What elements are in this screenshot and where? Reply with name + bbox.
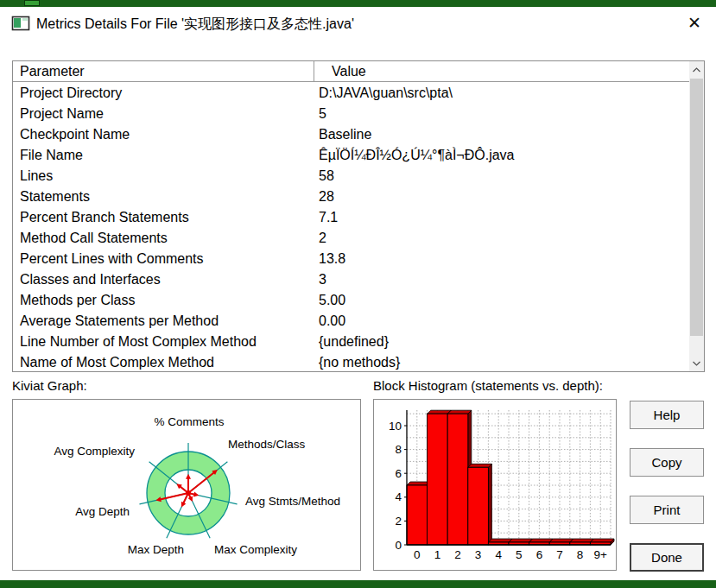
value-cell: {no methods} [314, 352, 689, 371]
bar-top-face [549, 539, 573, 542]
parameter-cell: Classes and Interfaces [13, 269, 314, 290]
table-header: Parameter Value [13, 61, 704, 82]
parameter-cell: Checkpoint Name [13, 124, 314, 145]
table-row[interactable]: Checkpoint NameBaseline [13, 124, 689, 145]
bar-front-face [428, 414, 448, 545]
block-histogram-chart: 02468100123456789+ [374, 400, 616, 570]
table-row[interactable]: Project Name5 [13, 104, 689, 124]
help-button[interactable]: Help [630, 401, 704, 429]
kiviat-axis-label: Avg Stmts/Method [245, 495, 340, 508]
bar-top-face [570, 539, 594, 542]
x-tick-label: 3 [475, 548, 482, 561]
bar-top-face [590, 539, 614, 542]
parameter-cell: Project Directory [13, 83, 314, 104]
copy-button[interactable]: Copy [630, 448, 704, 477]
scroll-up-button[interactable] [689, 62, 704, 77]
kiviat-graph: % CommentsMethods/ClassAvg Stmts/MethodM… [13, 400, 360, 570]
parameter-cell: Lines [13, 166, 314, 187]
chevron-down-icon [693, 361, 700, 366]
kiviat-axis-label: Avg Complexity [54, 445, 135, 458]
dialog-icon [11, 14, 30, 33]
screen: Metrics Details For File '实现图形接口及多态性.jav… [0, 0, 716, 588]
parameter-cell: Methods per Class [13, 290, 314, 311]
table-row[interactable]: Percent Branch Statements7.1 [13, 207, 689, 228]
y-tick-label: 8 [395, 443, 402, 456]
print-button[interactable]: Print [630, 496, 704, 524]
y-tick-label: 2 [395, 515, 402, 528]
value-cell: 58 [314, 166, 689, 187]
x-tick-label: 1 [434, 548, 441, 561]
bar-front-face [407, 485, 428, 545]
table-row[interactable]: Name of Most Complex Method{no methods} [13, 352, 689, 371]
y-tick-label: 6 [395, 467, 402, 480]
table-row[interactable]: Classes and Interfaces3 [13, 269, 689, 290]
dialog-titlebar[interactable]: Metrics Details For File '实现图形接口及多态性.jav… [0, 7, 716, 43]
histogram-label: Block Histogram (statements vs. depth): [373, 378, 603, 393]
value-cell: 13.8 [314, 249, 689, 269]
x-tick-label: 6 [536, 548, 543, 561]
table-body: Project DirectoryD:\JAVA\guan\src\pta\Pr… [13, 83, 689, 371]
bar-front-face [468, 467, 489, 545]
kiviat-graph-label: Kiviat Graph: [12, 378, 87, 393]
background-window-strip-bottom [0, 580, 716, 588]
y-tick-label: 0 [395, 539, 402, 552]
table-row[interactable]: Method Call Statements2 [13, 228, 689, 249]
parameter-cell: Percent Branch Statements [13, 207, 314, 228]
kiviat-graph-panel: % CommentsMethods/ClassAvg Stmts/MethodM… [12, 399, 361, 571]
parameter-cell: Percent Lines with Comments [13, 249, 314, 269]
table-row[interactable]: Lines58 [13, 166, 689, 187]
table-row[interactable]: Line Number of Most Complex Method{undef… [13, 332, 689, 352]
x-tick-label: 8 [577, 548, 584, 561]
table-row[interactable]: Methods per Class5.00 [13, 290, 689, 311]
kiviat-axis-label: Max Depth [128, 543, 184, 556]
parameter-cell: Line Number of Most Complex Method [13, 332, 314, 352]
done-button[interactable]: Done [630, 543, 704, 572]
y-tick-label: 10 [389, 420, 402, 433]
parameter-cell: Project Name [13, 104, 314, 124]
bar-top-face [529, 539, 554, 542]
value-cell: 5 [314, 104, 689, 124]
bar-top-face [468, 464, 492, 467]
scroll-down-button[interactable] [689, 356, 704, 370]
kiviat-axis-label: Max Complexity [214, 543, 297, 556]
block-histogram-panel: 02468100123456789+ [373, 399, 617, 571]
bar-top-face [447, 410, 472, 414]
value-cell: Baseline [314, 124, 689, 145]
metrics-table: Parameter Value Project DirectoryD:\JAVA… [12, 60, 705, 372]
kiviat-axis-label: Methods/Class [228, 438, 306, 451]
table-row[interactable]: Project DirectoryD:\JAVA\guan\src\pta\ [13, 83, 689, 104]
x-tick-label: 5 [516, 548, 523, 561]
value-cell: 5.00 [314, 290, 689, 311]
table-row[interactable]: Average Statements per Method0.00 [13, 311, 689, 332]
value-cell: ÊµÏÖÍ¼ÐÎ½Ó¿Ú¼°¶àÌ¬ÐÔ.java [314, 145, 689, 166]
kiviat-axis-label: Avg Depth [75, 505, 130, 518]
column-header-value[interactable]: Value [314, 61, 704, 81]
value-cell: 3 [314, 269, 689, 290]
table-row[interactable]: File NameÊµÏÖÍ¼ÐÎ½Ó¿Ú¼°¶àÌ¬ÐÔ.java [13, 145, 689, 166]
table-row[interactable]: Statements28 [13, 187, 689, 207]
metrics-details-dialog: Metrics Details For File '实现图形接口及多态性.jav… [0, 7, 716, 580]
x-tick-label: 4 [495, 548, 502, 561]
value-cell: 0.00 [314, 311, 689, 332]
kiviat-axis-label: % Comments [154, 415, 224, 428]
value-cell: 28 [314, 187, 689, 207]
scrollbar-thumb[interactable] [690, 79, 703, 336]
value-cell: 2 [314, 228, 689, 249]
x-tick-label: 7 [556, 548, 563, 561]
parameter-cell: File Name [13, 145, 314, 166]
column-header-parameter[interactable]: Parameter [13, 61, 314, 81]
bar-side-face [488, 464, 491, 545]
chevron-up-icon [693, 67, 700, 73]
x-tick-label: 9+ [593, 548, 607, 561]
mini-window-icon [11, 14, 30, 33]
close-button[interactable]: ✕ [683, 12, 706, 35]
table-row[interactable]: Percent Lines with Comments13.8 [13, 249, 689, 269]
bar-top-face [509, 539, 533, 542]
bar-top-face [488, 539, 512, 542]
parameter-cell: Average Statements per Method [13, 311, 314, 332]
parameter-cell: Name of Most Complex Method [13, 352, 314, 371]
kiviat-center-dot [186, 490, 191, 496]
x-tick-label: 2 [454, 548, 461, 561]
value-cell: 7.1 [314, 207, 689, 228]
table-scrollbar[interactable] [689, 61, 704, 371]
